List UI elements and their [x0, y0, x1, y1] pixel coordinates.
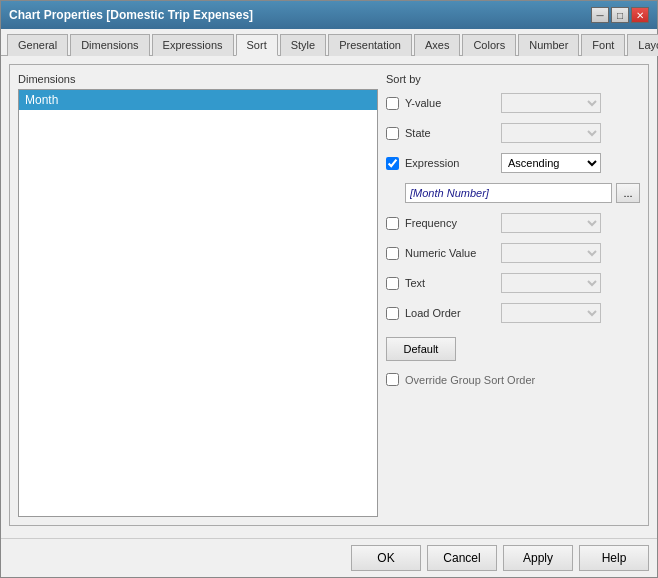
window-title: Chart Properties [Domestic Trip Expenses…	[9, 8, 253, 22]
override-label: Override Group Sort Order	[405, 374, 535, 386]
expression-input[interactable]	[405, 183, 612, 203]
tabs-bar: General Dimensions Expressions Sort Styl…	[1, 29, 657, 56]
dimensions-label: Dimensions	[18, 73, 378, 85]
title-bar-buttons: ─ □ ✕	[591, 7, 649, 23]
frequency-select[interactable]	[501, 213, 601, 233]
y-value-label: Y-value	[405, 97, 495, 109]
list-item[interactable]: Month	[19, 90, 377, 110]
tab-dimensions[interactable]: Dimensions	[70, 34, 149, 56]
text-label: Text	[405, 277, 495, 289]
ok-button[interactable]: OK	[351, 545, 421, 571]
expression-select[interactable]: Ascending Descending	[501, 153, 601, 173]
apply-button[interactable]: Apply	[503, 545, 573, 571]
tab-number[interactable]: Number	[518, 34, 579, 56]
text-checkbox[interactable]	[386, 277, 399, 290]
state-checkbox[interactable]	[386, 127, 399, 140]
load-order-select[interactable]	[501, 303, 601, 323]
cancel-button[interactable]: Cancel	[427, 545, 497, 571]
left-panel: Dimensions Month	[18, 73, 378, 517]
expression-input-row: ...	[405, 183, 640, 203]
override-checkbox[interactable]	[386, 373, 399, 386]
tab-sort[interactable]: Sort	[236, 34, 278, 56]
frequency-checkbox[interactable]	[386, 217, 399, 230]
load-order-label: Load Order	[405, 307, 495, 319]
main-window: Chart Properties [Domestic Trip Expenses…	[0, 0, 658, 578]
minimize-button[interactable]: ─	[591, 7, 609, 23]
dimensions-list[interactable]: Month	[18, 89, 378, 517]
override-row: Override Group Sort Order	[386, 373, 640, 386]
tab-layout[interactable]: Layout	[627, 34, 658, 56]
numeric-value-select[interactable]	[501, 243, 601, 263]
sort-row-frequency: Frequency	[386, 213, 640, 233]
numeric-value-label: Numeric Value	[405, 247, 495, 259]
state-select[interactable]	[501, 123, 601, 143]
tab-font[interactable]: Font	[581, 34, 625, 56]
tab-expressions[interactable]: Expressions	[152, 34, 234, 56]
maximize-button[interactable]: □	[611, 7, 629, 23]
default-button[interactable]: Default	[386, 337, 456, 361]
tab-presentation[interactable]: Presentation	[328, 34, 412, 56]
sort-row-load-order: Load Order	[386, 303, 640, 323]
tab-general[interactable]: General	[7, 34, 68, 56]
sort-row-numeric-value: Numeric Value	[386, 243, 640, 263]
state-label: State	[405, 127, 495, 139]
content-area: Dimensions Month Sort by Y-value State	[1, 56, 657, 534]
frequency-label: Frequency	[405, 217, 495, 229]
numeric-value-checkbox[interactable]	[386, 247, 399, 260]
footer: OK Cancel Apply Help	[1, 538, 657, 577]
y-value-checkbox[interactable]	[386, 97, 399, 110]
close-button[interactable]: ✕	[631, 7, 649, 23]
sort-row-y-value: Y-value	[386, 93, 640, 113]
tab-colors[interactable]: Colors	[462, 34, 516, 56]
expression-edit-button[interactable]: ...	[616, 183, 640, 203]
sort-by-label: Sort by	[386, 73, 640, 85]
sort-row-text: Text	[386, 273, 640, 293]
y-value-select[interactable]	[501, 93, 601, 113]
title-bar: Chart Properties [Domestic Trip Expenses…	[1, 1, 657, 29]
tab-style[interactable]: Style	[280, 34, 326, 56]
sort-row-expression: Expression Ascending Descending	[386, 153, 640, 173]
tab-axes[interactable]: Axes	[414, 34, 460, 56]
help-button[interactable]: Help	[579, 545, 649, 571]
load-order-checkbox[interactable]	[386, 307, 399, 320]
right-panel: Sort by Y-value State Expression Ascendi…	[386, 73, 640, 517]
expression-label: Expression	[405, 157, 495, 169]
sort-row-state: State	[386, 123, 640, 143]
main-area: Dimensions Month Sort by Y-value State	[9, 64, 649, 526]
text-select[interactable]	[501, 273, 601, 293]
expression-checkbox[interactable]	[386, 157, 399, 170]
